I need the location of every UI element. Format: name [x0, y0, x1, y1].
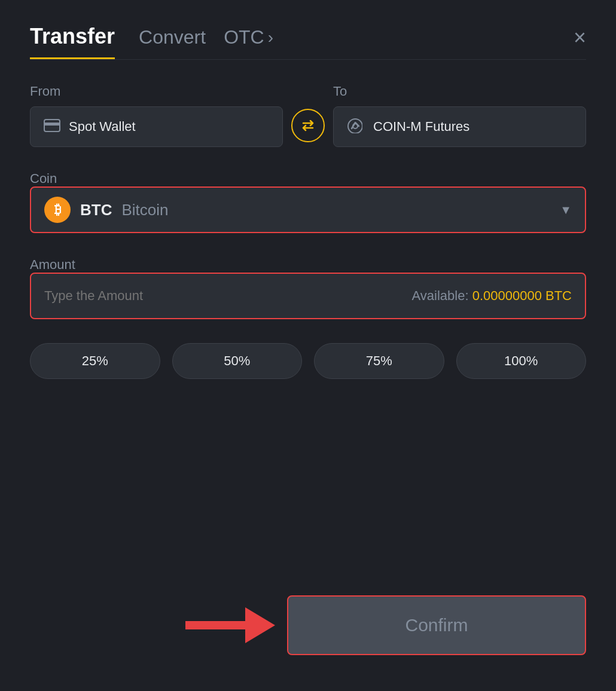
- from-column: From Spot Wallet: [30, 84, 283, 147]
- to-label: To: [333, 84, 586, 99]
- red-arrow: [185, 607, 275, 643]
- confirm-button[interactable]: Confirm: [287, 595, 586, 655]
- to-wallet-select[interactable]: COIN-M Futures: [333, 106, 586, 147]
- tab-otc-label: OTC: [224, 26, 264, 48]
- bottom-area: Confirm: [30, 595, 586, 655]
- close-button[interactable]: ×: [574, 27, 586, 57]
- btc-symbol: ₿: [54, 202, 61, 218]
- tab-otc-chevron: ›: [268, 28, 273, 47]
- available-number: 0.00000000: [472, 288, 542, 303]
- pct-75-button[interactable]: 75%: [314, 343, 444, 379]
- pct-25-button[interactable]: 25%: [30, 343, 160, 379]
- from-label: From: [30, 84, 283, 99]
- pct-50-button[interactable]: 50%: [172, 343, 303, 379]
- available-value: 0.00000000 BTC: [472, 288, 572, 303]
- transfer-modal: Transfer Convert OTC › × From Spot Walle…: [0, 0, 616, 691]
- amount-section: Amount Available: 0.00000000 BTC: [30, 257, 586, 319]
- futures-icon: [347, 118, 362, 136]
- arrow-container: [167, 607, 287, 643]
- wallet-card-icon: [44, 119, 60, 135]
- svg-point-2: [348, 119, 362, 133]
- arrow-shaft: [185, 621, 245, 629]
- available-unit: BTC: [545, 288, 572, 303]
- amount-input[interactable]: [44, 288, 164, 304]
- coin-full-name: Bitcoin: [121, 201, 168, 219]
- coin-label: Coin: [30, 171, 57, 186]
- to-wallet-name: COIN-M Futures: [373, 119, 469, 134]
- from-wallet-select[interactable]: Spot Wallet: [30, 106, 283, 147]
- swap-container: [283, 109, 333, 147]
- pct-100-button[interactable]: 100%: [456, 343, 587, 379]
- swap-button[interactable]: [291, 109, 325, 142]
- btc-icon: ₿: [44, 197, 71, 223]
- tab-convert[interactable]: Convert: [139, 26, 206, 57]
- coin-dropdown-chevron: ▼: [560, 203, 572, 217]
- amount-available: Available: 0.00000000 BTC: [412, 288, 572, 304]
- coin-select[interactable]: ₿ BTC Bitcoin ▼: [30, 186, 586, 233]
- coin-symbol: BTC: [80, 201, 112, 219]
- coin-section: Coin ₿ BTC Bitcoin ▼: [30, 171, 586, 233]
- arrow-head: [245, 607, 275, 643]
- tab-transfer[interactable]: Transfer: [30, 24, 115, 59]
- header-divider: [30, 59, 586, 60]
- from-to-section: From Spot Wallet To: [30, 84, 586, 147]
- svg-rect-1: [44, 123, 60, 126]
- to-column: To COIN-M Futures: [333, 84, 586, 147]
- tab-otc[interactable]: OTC ›: [224, 26, 273, 57]
- amount-label: Amount: [30, 257, 75, 272]
- tab-bar: Transfer Convert OTC › ×: [30, 24, 586, 59]
- percentage-row: 25% 50% 75% 100%: [30, 343, 586, 379]
- from-wallet-name: Spot Wallet: [69, 119, 136, 134]
- available-label: Available:: [412, 288, 469, 303]
- amount-input-box: Available: 0.00000000 BTC: [30, 273, 586, 319]
